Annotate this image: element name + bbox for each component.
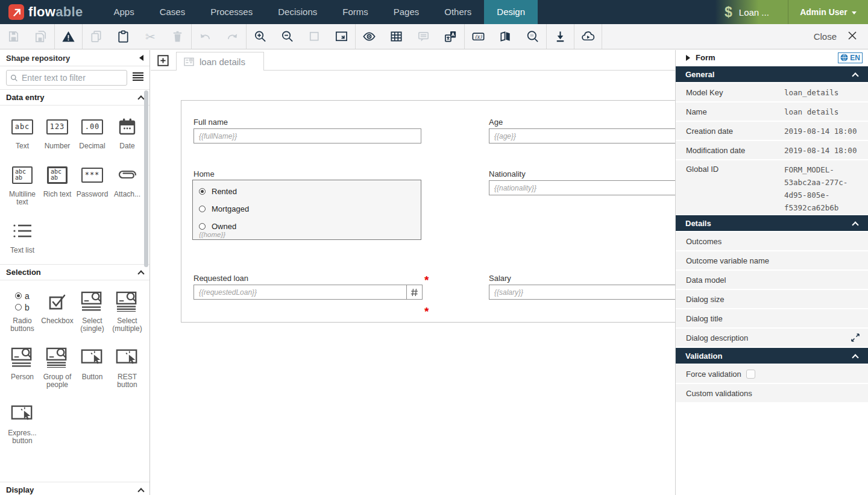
nav-item-pages[interactable]: Pages	[381, 0, 432, 24]
nav-item-apps[interactable]: Apps	[101, 0, 146, 24]
nav-item-processes[interactable]: Processes	[198, 0, 265, 24]
shape-select-single[interactable]: Select (single)	[75, 291, 110, 333]
translate-button[interactable]	[437, 24, 464, 49]
zoom-out-button[interactable]	[274, 24, 301, 49]
radio-option-owned[interactable]: Owned	[199, 219, 415, 233]
grid-edit-icon[interactable]	[852, 389, 860, 397]
shape-multiline-text[interactable]: abc ab Multiline text	[5, 164, 40, 206]
property-force-validation[interactable]: Force validation	[676, 365, 868, 383]
app-switcher[interactable]: $ Loan ...	[715, 0, 788, 24]
property-global-id[interactable]: Global ID FORM_MODEL-53abc2aa-277c-4d95-…	[676, 160, 868, 214]
shape-radio-buttons[interactable]: a b Radio buttons	[5, 291, 40, 333]
section-details[interactable]: Details	[676, 215, 868, 231]
shape-rest-button[interactable]: REST button	[110, 347, 145, 389]
property-custom-validations[interactable]: Custom validations	[676, 384, 868, 402]
number-format-icon[interactable]	[406, 285, 422, 299]
section-selection[interactable]: Selection	[0, 264, 149, 280]
properties-panel: Form EN General Model Key loan_details N…	[675, 50, 868, 495]
property-dialog-size[interactable]: Dialog size	[676, 290, 868, 308]
nav-item-cases[interactable]: Cases	[147, 0, 198, 24]
field-requested-loan[interactable]: {{requestedLoan}}	[193, 285, 423, 300]
form-design-surface[interactable]: Full name {{fullName}} Age {{age}} Home …	[181, 100, 675, 323]
property-dialog-title[interactable]: Dialog title	[676, 309, 868, 327]
redo-button[interactable]	[219, 24, 246, 49]
nav-item-decisions[interactable]: Decisions	[265, 0, 330, 24]
shape-filter-input[interactable]	[22, 73, 123, 83]
collapse-properties-icon[interactable]	[686, 55, 690, 61]
shape-person[interactable]: Person	[5, 347, 40, 389]
radio-option-mortgaged[interactable]: Mortgaged	[199, 202, 415, 215]
paste-button[interactable]	[110, 24, 137, 49]
fit-to-screen-button[interactable]	[328, 24, 355, 49]
shape-group-of-people[interactable]: Group of people	[40, 347, 75, 389]
language-selector[interactable]: EN	[838, 52, 863, 63]
property-outcome-variable-name[interactable]: Outcome variable name	[676, 251, 868, 270]
property-outcomes[interactable]: Outcomes	[676, 232, 868, 250]
shape-text-list[interactable]: Text list	[5, 220, 40, 254]
shape-expression-button[interactable]: Expres... button	[5, 403, 40, 445]
nav-item-forms[interactable]: Forms	[330, 0, 381, 24]
field-age[interactable]: {{age}}	[489, 128, 675, 143]
deploy-cloud-button[interactable]	[574, 24, 602, 49]
nav-item-design[interactable]: Design	[484, 0, 538, 24]
section-data-entry[interactable]: Data entry	[0, 89, 149, 106]
property-model-key[interactable]: Model Key loan_details	[676, 83, 868, 101]
section-display[interactable]: Display	[0, 482, 149, 495]
shape-decimal[interactable]: .00 Decimal	[75, 116, 110, 150]
user-menu[interactable]: Admin User	[788, 0, 868, 24]
undo-button[interactable]	[192, 24, 219, 49]
shape-attachment[interactable]: Attach...	[110, 164, 145, 206]
shape-date[interactable]: Date	[110, 116, 145, 150]
cut-button[interactable]: ✂	[137, 24, 164, 49]
field-home-radio-group[interactable]: Rented Mortgaged Owned {{home}}	[192, 180, 421, 240]
list-view-icon[interactable]	[133, 72, 143, 84]
expand-icon[interactable]	[851, 333, 860, 342]
zoom-in-button[interactable]	[247, 24, 274, 49]
collapse-panel-icon[interactable]	[139, 55, 143, 61]
property-modification-date[interactable]: Modification date 2019-08-14 18:00	[676, 141, 868, 159]
property-dialog-description[interactable]: Dialog description	[676, 329, 868, 347]
save-as-button[interactable]	[27, 24, 54, 49]
shape-checkbox[interactable]: Checkbox	[40, 291, 75, 333]
find-button[interactable]	[519, 24, 546, 49]
property-data-model[interactable]: Data model	[676, 271, 868, 289]
radio-icon	[199, 206, 206, 212]
property-creation-date[interactable]: Creation date 2019-08-14 18:00	[676, 122, 868, 140]
delete-button[interactable]	[164, 24, 191, 49]
field-nationality[interactable]: {{nationality}}	[489, 180, 675, 195]
tab-loan-details[interactable]: loan details	[176, 52, 264, 71]
radio-option-rented[interactable]: Rented	[199, 184, 415, 198]
shape-filter-field[interactable]	[6, 70, 127, 86]
copy-button[interactable]	[83, 24, 110, 49]
section-general[interactable]: General	[676, 66, 868, 82]
shape-select-multiple[interactable]: Select (multiple)	[110, 291, 145, 333]
shape-rich-text[interactable]: abc ab Rich text	[40, 164, 75, 206]
validate-button[interactable]	[55, 24, 82, 49]
force-validation-checkbox[interactable]	[746, 370, 755, 379]
close-button[interactable]: Close	[814, 31, 837, 42]
actual-size-button[interactable]	[301, 24, 328, 49]
field-full-name[interactable]: {{fullName}}	[193, 128, 421, 143]
shape-text[interactable]: abc Text	[5, 116, 40, 150]
download-button[interactable]	[547, 24, 574, 49]
field-salary[interactable]: {{salary}}	[489, 285, 675, 300]
save-button[interactable]	[0, 24, 27, 49]
expression-button[interactable]: (x)	[465, 24, 492, 49]
grid-edit-icon[interactable]	[852, 276, 860, 284]
calendar-icon	[118, 116, 137, 137]
sidebar-scrollbar[interactable]	[144, 90, 148, 267]
page-flip-button[interactable]	[492, 24, 519, 49]
shape-number[interactable]: 123 Number	[40, 116, 75, 150]
grid-edit-icon[interactable]	[852, 238, 860, 245]
preview-button[interactable]	[356, 24, 383, 49]
comments-button[interactable]	[410, 24, 437, 49]
add-tab-button[interactable]	[157, 54, 169, 69]
shape-button[interactable]: Button	[75, 347, 110, 389]
section-validation[interactable]: Validation	[676, 348, 868, 364]
grid-button[interactable]	[383, 24, 410, 49]
shape-password[interactable]: *** Password	[75, 164, 110, 206]
close-icon[interactable]	[848, 31, 857, 43]
property-name[interactable]: Name loan details	[676, 102, 868, 121]
flowable-logo[interactable]: flowable	[0, 0, 101, 24]
nav-item-others[interactable]: Others	[432, 0, 484, 24]
